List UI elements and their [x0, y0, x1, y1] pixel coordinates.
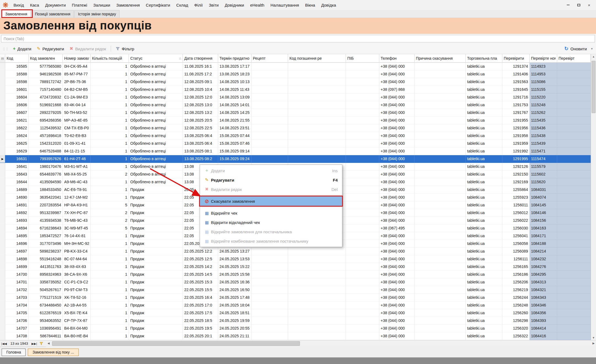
column-header[interactable]: Перевірте номер: [530, 54, 557, 62]
menubar-item[interactable]: Вихід: [10, 2, 27, 9]
column-header[interactable]: Телефон: [379, 54, 415, 62]
vertical-scroll-thumb[interactable]: [592, 61, 595, 113]
nav-next-button[interactable]: ▶▶|: [30, 341, 39, 347]
column-header[interactable]: Перевірити: [502, 54, 530, 62]
table-row[interactable]: 16625154231202001-09-X1-411Оброблено в а…: [0, 140, 591, 147]
cell: PB-KX-33-C4: [63, 248, 91, 255]
footer-filter-icon[interactable]: [39, 342, 43, 346]
table-row[interactable]: 147056122876519X5-BX-7E-K41Продаж22.05.2…: [0, 309, 591, 317]
cell: Оброблено в аптеці: [129, 132, 183, 140]
table-row[interactable]: 16629646752848884-11-21-151Оброблено в а…: [0, 147, 591, 155]
column-header[interactable]: Кількість позицій: [91, 54, 129, 62]
column-header[interactable]: Дата створення: [183, 54, 218, 62]
edit-button[interactable]: ✎ Редагувати: [34, 45, 67, 52]
filter-button[interactable]: Фільтр: [113, 45, 137, 52]
scroll-right-icon[interactable]: ▶: [591, 340, 596, 347]
table-row[interactable]: 166044724720832C1-2A-9M-E31Оброблено в а…: [0, 94, 591, 101]
tab-item[interactable]: Позиції замовлення: [31, 10, 74, 18]
bottom-tab-active[interactable]: Замовлення від поку ...: [28, 349, 78, 356]
table-row[interactable]: 146975898238237PB-KX-33-C41Продаж22.05.2…: [0, 248, 591, 255]
menubar-item[interactable]: Філії: [191, 2, 206, 9]
column-header[interactable]: Рецепт: [251, 54, 288, 62]
menubar-item[interactable]: Довідка: [318, 2, 339, 9]
table-row[interactable]: 147013358735052CC-P1-C9-C21Продаж22.05.2…: [0, 278, 591, 286]
nav-first-button[interactable]: |◀◀: [0, 341, 8, 347]
context-menu-item[interactable]: ⊘Скасувати замовлення: [200, 196, 342, 206]
column-header[interactable]: Статус△: [129, 54, 183, 62]
menubar-item[interactable]: Замовлення: [113, 2, 143, 9]
cell: tabletki.ua: [466, 132, 502, 140]
menubar-item[interactable]: Платежі: [69, 2, 90, 9]
vertical-scrollbar[interactable]: ▲ ▼: [591, 54, 596, 340]
table-row[interactable]: 16601715714048004-B2-CM-B51Оброблено в а…: [0, 86, 591, 94]
menubar-item[interactable]: Документи: [42, 2, 69, 9]
context-menu-item[interactable]: ✎РедагуватиF4: [200, 175, 342, 185]
scroll-down-icon[interactable]: ▼: [591, 335, 596, 340]
scroll-up-icon[interactable]: ▲: [591, 54, 596, 59]
cell: 14.08.2025 21:55: [218, 117, 251, 124]
search-input[interactable]: [1, 35, 595, 42]
toolbar-overflow-chevron-icon[interactable]: ▾: [590, 47, 594, 51]
column-header[interactable]: Термін придатно: [218, 54, 251, 62]
column-header[interactable]: ПІБ: [346, 54, 379, 62]
menubar-item[interactable]: Склад: [173, 2, 191, 9]
close-button[interactable]: ×: [587, 2, 592, 7]
table-row[interactable]: 16606519692166883-4K-04-141Оброблено в а…: [0, 101, 591, 109]
menubar-item[interactable]: Вікна: [302, 2, 318, 9]
table-row[interactable]: 147085867844611BA-B0-HE-B41Продаж22.05.2…: [0, 332, 591, 340]
cell: 16625: [5, 140, 29, 147]
table-row[interactable]: 1658557775650800H-CK-95-A41Оброблено в а…: [0, 63, 591, 70]
add-button[interactable]: + Додати: [10, 45, 34, 52]
table-row[interactable]: 166216954268356MP-A3-4E-851Оброблено в а…: [0, 117, 591, 124]
menubar-item[interactable]: Налаштування: [267, 2, 302, 9]
table-row[interactable]: 147071036956491B4-BX-04-M01Продаж22.05.2…: [0, 325, 591, 332]
context-menu-item[interactable]: ▦Відкрити відкладений чек: [200, 218, 342, 227]
table-row[interactable]: 147025045267617P0-9T-CM-T31Продаж22.05.2…: [0, 286, 591, 294]
cell: 1256260: [502, 309, 530, 317]
tab-item[interactable]: Історія зміни порядку: [74, 10, 120, 18]
refresh-button[interactable]: ↻ Оновити: [562, 45, 589, 52]
row-indicator: [0, 124, 5, 132]
column-header[interactable]: Код погашення ре: [288, 54, 346, 62]
table-row[interactable]: 147046734488450A2-1B-A4-551Продаж22.05.2…: [0, 302, 591, 309]
column-header[interactable]: Причина скасування: [415, 54, 466, 62]
menubar-item[interactable]: Сертифікати: [143, 2, 173, 9]
restore-button[interactable]: [576, 2, 581, 7]
column-header[interactable]: Код замовлен: [29, 54, 63, 62]
table-row[interactable]: 16588946198250885-M7-PM-771Оброблено в а…: [0, 70, 591, 78]
horizontal-scrollbar[interactable]: ◀ ▶: [46, 340, 596, 347]
menubar-item[interactable]: Звіти: [206, 2, 222, 9]
scroll-left-icon[interactable]: ◀: [46, 340, 51, 347]
bottom-tab[interactable]: Головна: [2, 349, 26, 356]
table-row[interactable]: 166221125439532CM-TX-EB-P01Оброблено в а…: [0, 124, 591, 132]
menubar-item[interactable]: eHealth: [247, 2, 267, 9]
column-header[interactable]: Торговельна пла: [466, 54, 502, 62]
cell: [288, 248, 346, 255]
table-row[interactable]: ▶16631799395762661-H4-2T-461Оброблено в …: [0, 155, 591, 163]
table-row[interactable]: 147037751271519XK-T8-52-161Продаж22.05.2…: [0, 294, 591, 302]
minimize-button[interactable]: [566, 2, 571, 7]
menubar-item[interactable]: Каса: [27, 2, 42, 9]
context-menu-item[interactable]: ▦Відкрийте чек: [200, 208, 342, 218]
menubar-item[interactable]: Довідники: [222, 2, 247, 9]
cell: 12.08.2025 13:0: [183, 101, 218, 109]
column-header[interactable]: Перевірт: [557, 54, 591, 62]
cell: [415, 171, 466, 178]
page-title: Замовлення від покупців: [0, 18, 596, 34]
table-row[interactable]: 14699441351176338-X8-4X-831Продаж22.05.2…: [0, 263, 591, 271]
table-row[interactable]: 147069534063552CP-TP-7X-871Продаж22.05.2…: [0, 317, 591, 325]
horizontal-scroll-thumb[interactable]: [52, 341, 300, 346]
table-row[interactable]: 1469855194162488C-07-M4-641Продаж22.05.2…: [0, 255, 591, 263]
cell: [415, 240, 466, 248]
receipt-icon: ▦: [203, 220, 211, 225]
column-header[interactable]: Код: [5, 54, 29, 62]
table-row[interactable]: 1659878891727422P-B6-75-361Оброблено в а…: [0, 78, 591, 86]
column-header[interactable]: Номер замовленн: [63, 54, 91, 62]
tab-orders-active[interactable]: Замовлення: [2, 10, 31, 18]
table-row[interactable]: 16607289227920550-TH-M3-521Оброблено в а…: [0, 109, 591, 117]
row-indicator: [0, 317, 5, 325]
menubar-item[interactable]: Залишки: [90, 2, 113, 9]
table-row[interactable]: 14700895832496338-CA-9X-X61Продаж22.05.2…: [0, 271, 591, 278]
table-row[interactable]: 166244571698418T0-62-E8-B31Оброблено в а…: [0, 132, 591, 140]
cell: [415, 209, 466, 217]
